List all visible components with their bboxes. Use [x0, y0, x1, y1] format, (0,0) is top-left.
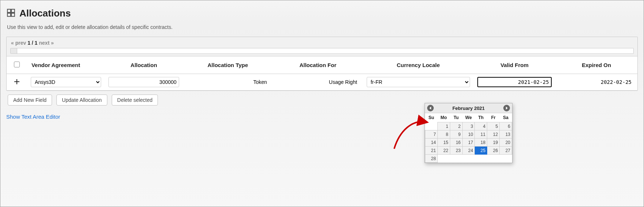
svg-rect-3	[11, 13, 15, 16]
datepicker-prev-icon[interactable]	[427, 105, 434, 111]
datepicker-day[interactable]: 3	[462, 122, 475, 130]
expired-on-input[interactable]	[559, 77, 634, 87]
datepicker-day[interactable]: 12	[487, 130, 500, 138]
datepicker-day[interactable]: 24	[462, 147, 475, 155]
show-text-area-editor-link[interactable]: Show Text Area Editor	[6, 114, 60, 120]
datepicker-day[interactable]: 25	[475, 147, 487, 155]
col-vendor-agreement[interactable]: Vendor Agreement	[27, 56, 105, 74]
page-title: Allocations	[19, 8, 71, 19]
datepicker-dow: Sa	[500, 113, 512, 122]
date-picker[interactable]: February 2021 SuMoTuWeThFrSa 12345678910…	[425, 103, 512, 163]
datepicker-day[interactable]: 17	[462, 138, 475, 147]
action-buttons: Add New Field Update Allocation Delete s…	[6, 91, 638, 109]
vendor-agreement-select[interactable]: Ansys3D	[31, 77, 101, 87]
valid-from-input[interactable]	[477, 77, 552, 87]
datepicker-day[interactable]: 22	[437, 147, 450, 155]
datepicker-day[interactable]: 14	[425, 138, 438, 147]
horizontal-scrollbar[interactable]	[10, 48, 634, 54]
table-row: Ansys3D fr-FR	[7, 74, 637, 90]
datepicker-day[interactable]: 27	[500, 147, 512, 155]
select-all-checkbox[interactable]	[14, 62, 20, 67]
add-row-button[interactable]	[12, 77, 22, 87]
datepicker-day[interactable]: 6	[500, 122, 512, 130]
datepicker-day[interactable]: 10	[462, 130, 475, 138]
datepicker-dow: We	[462, 113, 475, 122]
datepicker-day[interactable]: 9	[450, 130, 462, 138]
col-valid-from[interactable]: Valid From	[474, 56, 556, 74]
col-expired-on[interactable]: Expired On	[555, 56, 637, 74]
datepicker-grid: SuMoTuWeThFrSa 1234567891011121314151617…	[425, 113, 512, 163]
datepicker-day[interactable]: 16	[450, 138, 462, 147]
datepicker-dow: Su	[425, 113, 438, 122]
col-currency-locale[interactable]: Currency Locale	[363, 56, 474, 74]
pager-current: 1 / 1	[27, 40, 37, 46]
datepicker-day[interactable]: 18	[475, 138, 487, 147]
datepicker-dow: Mo	[437, 113, 450, 122]
datepicker-day[interactable]: 5	[487, 122, 500, 130]
datepicker-day[interactable]: 28	[425, 155, 438, 163]
allocation-input[interactable]	[108, 77, 179, 87]
delete-selected-button[interactable]: Delete selected	[112, 95, 158, 106]
svg-rect-2	[7, 13, 11, 16]
datepicker-day[interactable]: 23	[450, 147, 462, 155]
datepicker-day[interactable]: 1	[437, 122, 450, 130]
svg-rect-0	[7, 9, 11, 12]
datepicker-day[interactable]: 4	[475, 122, 487, 130]
col-allocation-for[interactable]: Allocation For	[273, 56, 363, 74]
allocations-grid-container: « prev 1 / 1 next » Vendor Agreement All…	[6, 37, 638, 91]
datepicker-day[interactable]: 2	[450, 122, 462, 130]
datepicker-day[interactable]: 8	[437, 130, 450, 138]
datepicker-dow: Fr	[487, 113, 500, 122]
allocations-panel: Allocations Use this view to add, edit o…	[0, 0, 644, 207]
col-allocation[interactable]: Allocation	[105, 56, 182, 74]
add-new-field-button[interactable]: Add New Field	[8, 95, 52, 106]
datepicker-day[interactable]: 15	[437, 138, 450, 147]
datepicker-dow: Tu	[450, 113, 462, 122]
page-subtitle: Use this view to add, edit or delete all…	[7, 24, 638, 30]
scrollbar-thumb[interactable]	[11, 48, 17, 53]
allocations-table: Vendor Agreement Allocation Allocation T…	[7, 56, 637, 90]
update-allocation-button[interactable]: Update Allocation	[56, 95, 107, 106]
currency-locale-select[interactable]: fr-FR	[367, 77, 470, 87]
col-allocation-type[interactable]: Allocation Type	[183, 56, 273, 74]
allocation-for-input[interactable]	[277, 77, 359, 87]
datepicker-day[interactable]: 20	[500, 138, 512, 147]
datepicker-day[interactable]: 13	[500, 130, 512, 138]
datepicker-day[interactable]: 26	[487, 147, 500, 155]
pager-prev[interactable]: « prev	[11, 40, 26, 46]
datepicker-next-icon[interactable]	[503, 105, 510, 111]
pager: « prev 1 / 1 next »	[7, 37, 637, 48]
pager-next[interactable]: next »	[39, 40, 53, 46]
allocation-type-input[interactable]	[186, 77, 269, 87]
datepicker-day[interactable]: 11	[475, 130, 487, 138]
datepicker-day[interactable]: 7	[425, 130, 438, 138]
datepicker-day[interactable]: 19	[487, 138, 500, 147]
svg-rect-1	[11, 9, 15, 12]
datepicker-dow: Th	[475, 113, 487, 122]
datepicker-day[interactable]: 21	[425, 147, 438, 155]
grid-icon	[6, 8, 16, 18]
datepicker-month-label: February 2021	[452, 106, 485, 111]
